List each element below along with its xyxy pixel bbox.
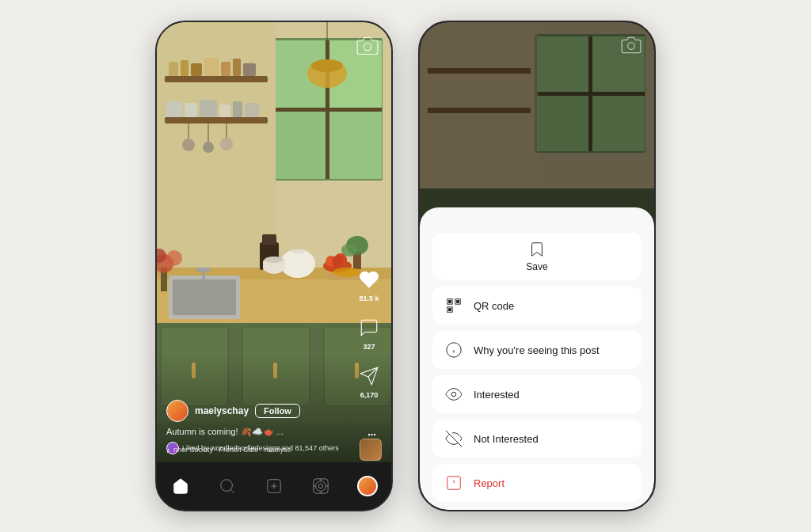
phone-inner: 81.5 k 327 bbox=[157, 22, 391, 510]
caption: Autumn is coming! 🍂☁️🫖 ... bbox=[166, 427, 347, 437]
nav-profile[interactable] bbox=[357, 476, 378, 496]
svg-rect-92 bbox=[537, 92, 645, 96]
svg-rect-6 bbox=[274, 110, 326, 179]
svg-rect-87 bbox=[537, 36, 588, 92]
not-interested-button[interactable]: Not Interested bbox=[432, 420, 642, 458]
svg-point-77 bbox=[318, 484, 323, 488]
svg-rect-94 bbox=[428, 68, 531, 74]
action-sheet: Save bbox=[420, 207, 654, 510]
like-count: 81.5 k bbox=[359, 294, 379, 302]
svg-point-68 bbox=[364, 44, 371, 51]
svg-rect-24 bbox=[233, 101, 242, 117]
qr-icon bbox=[445, 297, 463, 314]
background-illustration bbox=[420, 22, 654, 220]
svg-rect-16 bbox=[221, 62, 230, 76]
share-button[interactable]: 6,170 bbox=[356, 363, 382, 399]
camera-icon[interactable] bbox=[356, 35, 379, 57]
interested-button[interactable]: Interested bbox=[432, 375, 642, 413]
svg-rect-95 bbox=[428, 108, 531, 113]
svg-rect-35 bbox=[173, 279, 236, 315]
svg-point-78 bbox=[316, 481, 326, 492]
qr-label: QR code bbox=[474, 300, 514, 312]
top-bar bbox=[356, 35, 379, 57]
info-icon bbox=[445, 341, 463, 359]
save-label: Save bbox=[526, 261, 547, 272]
svg-rect-22 bbox=[200, 100, 217, 117]
report-button[interactable]: Report bbox=[432, 464, 642, 502]
top-bar-2 bbox=[621, 35, 642, 55]
main-container: 81.5 k 327 bbox=[0, 0, 811, 532]
svg-point-54 bbox=[166, 250, 182, 266]
right-action-icons: 81.5 k 327 bbox=[356, 267, 382, 399]
svg-point-51 bbox=[265, 256, 284, 263]
svg-rect-21 bbox=[185, 103, 197, 117]
not-interested-label: Not Interested bbox=[474, 433, 539, 445]
svg-rect-7 bbox=[328, 110, 382, 179]
svg-rect-25 bbox=[245, 103, 259, 117]
svg-rect-12 bbox=[169, 62, 178, 76]
nav-add[interactable] bbox=[264, 476, 284, 496]
creator-text: maelysc bbox=[265, 446, 291, 454]
bookmark-icon bbox=[528, 241, 546, 258]
music-bar: ♪ nner Society · French Cafe maelysc bbox=[166, 439, 382, 461]
music-note-icon: ♪ bbox=[166, 446, 170, 454]
phone-sheet: Save bbox=[418, 21, 656, 511]
svg-point-62 bbox=[332, 256, 343, 267]
svg-rect-19 bbox=[165, 117, 268, 124]
report-label: Report bbox=[474, 477, 504, 489]
svg-rect-17 bbox=[233, 59, 241, 76]
svg-rect-48 bbox=[291, 249, 304, 253]
user-row: maelyschay Follow bbox=[166, 400, 347, 422]
phone-reel: 81.5 k 327 bbox=[155, 21, 393, 511]
nav-search[interactable] bbox=[217, 476, 238, 496]
svg-rect-89 bbox=[537, 93, 588, 151]
svg-line-72 bbox=[230, 489, 234, 492]
qr-code-button[interactable]: QR code bbox=[432, 287, 642, 325]
interested-label: Interested bbox=[474, 389, 520, 401]
camera-icon-2[interactable] bbox=[621, 35, 642, 55]
eye-slash-icon bbox=[445, 430, 463, 447]
music-info: ♪ nner Society · French Cafe maelysc bbox=[166, 446, 291, 454]
nav-home[interactable] bbox=[170, 476, 191, 496]
svg-point-97 bbox=[628, 43, 635, 50]
comment-button[interactable]: 327 bbox=[356, 315, 382, 351]
why-seeing-label: Why you're seeing this post bbox=[474, 344, 600, 356]
username: maelyschay bbox=[195, 405, 249, 416]
svg-rect-13 bbox=[181, 60, 188, 76]
manage-content-button[interactable]: Manage suggested content bbox=[432, 508, 642, 510]
avatar bbox=[166, 400, 188, 422]
music-thumbnail[interactable] bbox=[360, 439, 382, 461]
svg-rect-46 bbox=[262, 234, 276, 245]
share-count: 6,170 bbox=[360, 391, 379, 399]
svg-rect-37 bbox=[196, 268, 211, 272]
svg-point-26 bbox=[182, 139, 195, 151]
svg-point-27 bbox=[203, 142, 214, 153]
svg-point-28 bbox=[220, 138, 233, 150]
svg-point-47 bbox=[280, 249, 315, 278]
svg-rect-90 bbox=[591, 93, 645, 151]
svg-rect-102 bbox=[457, 301, 459, 303]
svg-point-67 bbox=[311, 59, 343, 72]
music-text: nner Society · French Cafe bbox=[173, 446, 258, 454]
why-seeing-button[interactable]: Why you're seeing this post bbox=[432, 331, 642, 369]
nav-reels[interactable] bbox=[310, 476, 331, 496]
svg-point-71 bbox=[221, 480, 233, 492]
phone2-inner: Save bbox=[420, 22, 654, 510]
svg-rect-18 bbox=[243, 63, 256, 76]
svg-rect-103 bbox=[449, 309, 451, 311]
svg-rect-23 bbox=[219, 104, 230, 117]
svg-point-115 bbox=[451, 392, 456, 397]
save-button[interactable]: Save bbox=[432, 233, 642, 280]
svg-rect-9 bbox=[274, 108, 382, 112]
comment-count: 327 bbox=[363, 343, 375, 351]
bottom-navigation bbox=[157, 462, 391, 510]
profile-avatar-nav bbox=[357, 476, 378, 496]
svg-rect-11 bbox=[165, 76, 268, 82]
report-icon bbox=[445, 474, 463, 492]
eye-icon bbox=[445, 386, 463, 403]
follow-button[interactable]: Follow bbox=[255, 404, 300, 418]
svg-rect-101 bbox=[449, 301, 451, 303]
like-button[interactable]: 81.5 k bbox=[356, 267, 382, 302]
svg-rect-20 bbox=[166, 101, 182, 117]
svg-rect-14 bbox=[191, 63, 202, 76]
